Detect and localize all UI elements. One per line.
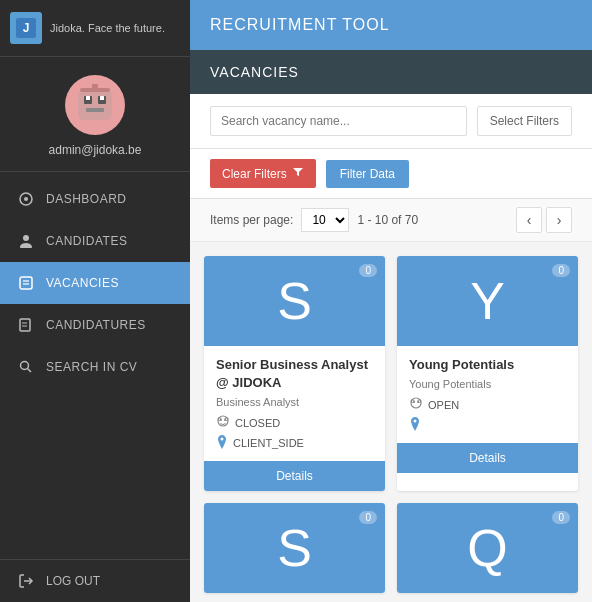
card-banner-3: Q 0 [397, 503, 578, 593]
filters-bar: Select Filters [190, 94, 592, 149]
card-banner-2: S 0 [204, 503, 385, 593]
svg-rect-12 [20, 277, 32, 289]
logo-icon: J [10, 12, 42, 44]
card-status-1: OPEN [409, 396, 566, 413]
next-page-button[interactable]: › [546, 207, 572, 233]
sidebar-item-search-cv-label: SEARCH IN CV [46, 360, 137, 374]
topbar: RECRUITMENT TOOL [190, 0, 592, 50]
logo-text: Jidoka. Face the future. [50, 21, 165, 35]
logout-label: LOG OUT [46, 574, 100, 588]
sidebar-item-dashboard[interactable]: DASHBOARD [0, 178, 190, 220]
candidates-icon [16, 231, 36, 251]
filter-icon [292, 166, 304, 181]
card-status-0: CLOSED [216, 414, 373, 431]
username-label: admin@jidoka.be [49, 143, 142, 157]
filter-data-button[interactable]: Filter Data [326, 160, 409, 188]
card-badge-2: 0 [359, 511, 377, 524]
sidebar-item-search-in-cv[interactable]: SEARCH IN CV [0, 346, 190, 388]
card-banner-1: Y 0 [397, 256, 578, 346]
card-footer-0: Details [204, 461, 385, 491]
card-location-0: CLIENT_SIDE [216, 435, 373, 451]
svg-point-30 [418, 400, 421, 403]
status-icon-0 [216, 414, 230, 431]
svg-rect-6 [100, 96, 104, 100]
search-input[interactable] [210, 106, 467, 136]
sidebar-item-candidates-label: CANDIDATES [46, 234, 127, 248]
svg-point-29 [411, 400, 414, 403]
action-bar: Clear Filters Filter Data [190, 149, 592, 199]
svg-point-11 [24, 197, 28, 201]
svg-rect-15 [20, 319, 30, 331]
location-icon-1 [409, 417, 421, 433]
card-body-0: Senior Business Analyst @ JIDOKA Busines… [204, 346, 385, 461]
svg-rect-5 [86, 96, 90, 100]
svg-point-18 [21, 362, 29, 370]
card-badge-1: 0 [552, 264, 570, 277]
card-body-1: Young Potentials Young Potentials [397, 346, 578, 443]
select-filters-button[interactable]: Select Filters [477, 106, 572, 136]
page-navigation: ‹ › [516, 207, 572, 233]
sidebar-item-vacancies[interactable]: VACANCIES [0, 262, 190, 304]
details-button-0[interactable]: Details [204, 461, 385, 491]
logout-icon [16, 571, 36, 591]
sidebar-item-candidatures-label: CANDIDATURES [46, 318, 146, 332]
card-badge-0: 0 [359, 264, 377, 277]
vacancy-cards-grid: S 0 Senior Business Analyst @ JIDOKA Bus… [190, 242, 592, 602]
card-status-text-1: OPEN [428, 399, 459, 411]
vacancy-card-0: S 0 Senior Business Analyst @ JIDOKA Bus… [204, 256, 385, 491]
avatar-area: admin@jidoka.be [0, 57, 190, 172]
card-letter-2: S [277, 518, 312, 578]
card-location-1 [409, 417, 566, 433]
main-content: RECRUITMENT TOOL VACANCIES Select Filter… [190, 0, 592, 602]
card-subtitle-0: Business Analyst [216, 396, 373, 408]
status-icon-1 [409, 396, 423, 413]
card-location-text-0: CLIENT_SIDE [233, 437, 304, 449]
card-footer-1: Details [397, 443, 578, 473]
sidebar-logo: J Jidoka. Face the future. [0, 0, 190, 57]
items-per-page-label: Items per page: [210, 213, 293, 227]
card-letter-0: S [277, 271, 312, 331]
vacancy-card-3: Q 0 [397, 503, 578, 593]
card-letter-3: Q [467, 518, 507, 578]
vacancy-card-2: S 0 [204, 503, 385, 593]
details-button-1[interactable]: Details [397, 443, 578, 473]
pagination-bar: Items per page: 10 25 50 1 - 10 of 70 ‹ … [190, 199, 592, 242]
content-area: VACANCIES Select Filters Clear Filters [190, 50, 592, 602]
sidebar-item-vacancies-label: VACANCIES [46, 276, 119, 290]
card-title-0: Senior Business Analyst @ JIDOKA [216, 356, 373, 392]
avatar [65, 75, 125, 135]
prev-page-button[interactable]: ‹ [516, 207, 542, 233]
avatar-face-svg [70, 80, 120, 130]
dashboard-icon [16, 189, 36, 209]
candidatures-icon [16, 315, 36, 335]
sidebar-item-candidates[interactable]: CANDIDATES [0, 220, 190, 262]
card-title-1: Young Potentials [409, 356, 566, 374]
section-title: VACANCIES [210, 64, 299, 80]
search-cv-icon [16, 357, 36, 377]
vacancy-card-1: Y 0 Young Potentials Young Potentials [397, 256, 578, 491]
per-page-select[interactable]: 10 25 50 [301, 208, 349, 232]
logout-button[interactable]: LOG OUT [0, 559, 190, 602]
sidebar-nav: DASHBOARD CANDIDATES VAC [0, 172, 190, 559]
card-status-text-0: CLOSED [235, 417, 280, 429]
card-letter-1: Y [470, 271, 505, 331]
vacancies-icon [16, 273, 36, 293]
card-subtitle-1: Young Potentials [409, 378, 566, 390]
app-title: RECRUITMENT TOOL [210, 16, 390, 34]
svg-line-19 [28, 369, 32, 373]
svg-rect-9 [92, 84, 98, 90]
card-badge-3: 0 [552, 511, 570, 524]
sidebar: J Jidoka. Face the future. admin [0, 0, 190, 602]
sidebar-item-dashboard-label: DASHBOARD [46, 192, 127, 206]
svg-text:J: J [23, 21, 30, 35]
clear-filters-button[interactable]: Clear Filters [210, 159, 316, 188]
svg-point-24 [218, 418, 221, 421]
sidebar-item-candidatures[interactable]: CANDIDATURES [0, 304, 190, 346]
svg-rect-2 [78, 90, 112, 120]
page-range: 1 - 10 of 70 [357, 213, 418, 227]
svg-rect-7 [86, 108, 104, 112]
section-header: VACANCIES [190, 50, 592, 94]
location-icon-0 [216, 435, 228, 451]
svg-point-25 [225, 418, 228, 421]
card-banner-0: S 0 [204, 256, 385, 346]
